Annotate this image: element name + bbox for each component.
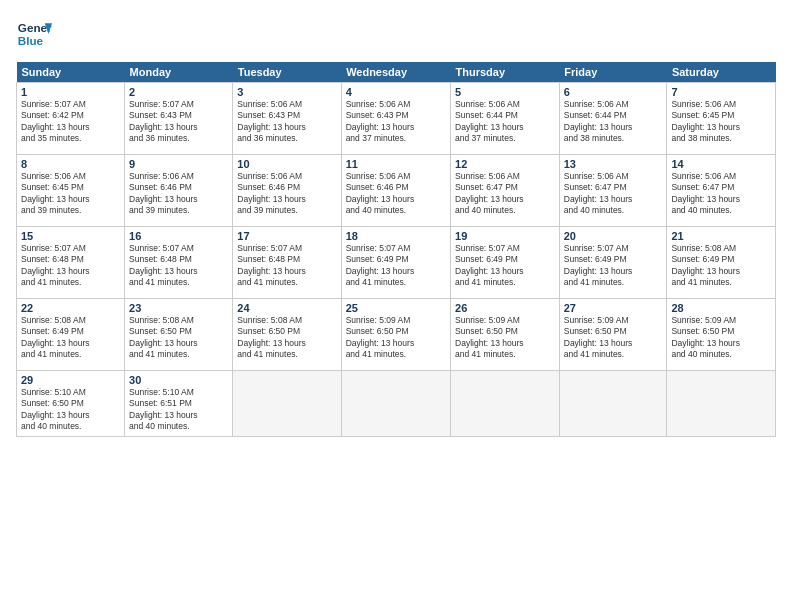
calendar-week-4: 22Sunrise: 5:08 AMSunset: 6:49 PMDayligh… — [17, 299, 776, 371]
day-number: 5 — [455, 86, 555, 98]
calendar-cell: 7Sunrise: 5:06 AMSunset: 6:45 PMDaylight… — [667, 83, 776, 155]
day-number: 25 — [346, 302, 446, 314]
day-number: 13 — [564, 158, 663, 170]
calendar-week-3: 15Sunrise: 5:07 AMSunset: 6:48 PMDayligh… — [17, 227, 776, 299]
day-number: 26 — [455, 302, 555, 314]
calendar-cell: 24Sunrise: 5:08 AMSunset: 6:50 PMDayligh… — [233, 299, 341, 371]
cell-sun-info: Sunrise: 5:06 AMSunset: 6:44 PMDaylight:… — [455, 99, 555, 145]
calendar-cell: 26Sunrise: 5:09 AMSunset: 6:50 PMDayligh… — [451, 299, 560, 371]
calendar-cell: 4Sunrise: 5:06 AMSunset: 6:43 PMDaylight… — [341, 83, 450, 155]
day-number: 22 — [21, 302, 120, 314]
calendar-cell: 30Sunrise: 5:10 AMSunset: 6:51 PMDayligh… — [125, 371, 233, 437]
calendar-cell: 9Sunrise: 5:06 AMSunset: 6:46 PMDaylight… — [125, 155, 233, 227]
calendar-cell: 1Sunrise: 5:07 AMSunset: 6:42 PMDaylight… — [17, 83, 125, 155]
day-number: 3 — [237, 86, 336, 98]
cell-sun-info: Sunrise: 5:06 AMSunset: 6:46 PMDaylight:… — [129, 171, 228, 217]
day-number: 4 — [346, 86, 446, 98]
svg-text:Blue: Blue — [18, 34, 44, 47]
calendar-cell: 3Sunrise: 5:06 AMSunset: 6:43 PMDaylight… — [233, 83, 341, 155]
cell-sun-info: Sunrise: 5:07 AMSunset: 6:48 PMDaylight:… — [129, 243, 228, 289]
header: General Blue — [16, 16, 776, 52]
cell-sun-info: Sunrise: 5:07 AMSunset: 6:48 PMDaylight:… — [21, 243, 120, 289]
calendar-cell — [341, 371, 450, 437]
calendar-cell: 2Sunrise: 5:07 AMSunset: 6:43 PMDaylight… — [125, 83, 233, 155]
day-number: 10 — [237, 158, 336, 170]
calendar-cell — [233, 371, 341, 437]
day-number: 9 — [129, 158, 228, 170]
day-number: 27 — [564, 302, 663, 314]
day-number: 24 — [237, 302, 336, 314]
calendar-cell: 21Sunrise: 5:08 AMSunset: 6:49 PMDayligh… — [667, 227, 776, 299]
cell-sun-info: Sunrise: 5:09 AMSunset: 6:50 PMDaylight:… — [346, 315, 446, 361]
calendar-cell: 23Sunrise: 5:08 AMSunset: 6:50 PMDayligh… — [125, 299, 233, 371]
cell-sun-info: Sunrise: 5:06 AMSunset: 6:47 PMDaylight:… — [455, 171, 555, 217]
calendar-cell: 16Sunrise: 5:07 AMSunset: 6:48 PMDayligh… — [125, 227, 233, 299]
cell-sun-info: Sunrise: 5:06 AMSunset: 6:45 PMDaylight:… — [671, 99, 771, 145]
day-number: 17 — [237, 230, 336, 242]
calendar-cell: 14Sunrise: 5:06 AMSunset: 6:47 PMDayligh… — [667, 155, 776, 227]
cell-sun-info: Sunrise: 5:07 AMSunset: 6:49 PMDaylight:… — [455, 243, 555, 289]
calendar-cell: 10Sunrise: 5:06 AMSunset: 6:46 PMDayligh… — [233, 155, 341, 227]
day-number: 12 — [455, 158, 555, 170]
cell-sun-info: Sunrise: 5:06 AMSunset: 6:43 PMDaylight:… — [346, 99, 446, 145]
calendar-week-1: 1Sunrise: 5:07 AMSunset: 6:42 PMDaylight… — [17, 83, 776, 155]
day-number: 18 — [346, 230, 446, 242]
cell-sun-info: Sunrise: 5:08 AMSunset: 6:50 PMDaylight:… — [237, 315, 336, 361]
day-number: 21 — [671, 230, 771, 242]
day-number: 14 — [671, 158, 771, 170]
cell-sun-info: Sunrise: 5:06 AMSunset: 6:47 PMDaylight:… — [671, 171, 771, 217]
cell-sun-info: Sunrise: 5:07 AMSunset: 6:43 PMDaylight:… — [129, 99, 228, 145]
cell-sun-info: Sunrise: 5:10 AMSunset: 6:50 PMDaylight:… — [21, 387, 120, 433]
cell-sun-info: Sunrise: 5:07 AMSunset: 6:49 PMDaylight:… — [564, 243, 663, 289]
day-number: 16 — [129, 230, 228, 242]
calendar-cell: 19Sunrise: 5:07 AMSunset: 6:49 PMDayligh… — [451, 227, 560, 299]
calendar-header-saturday: Saturday — [667, 62, 776, 83]
cell-sun-info: Sunrise: 5:07 AMSunset: 6:49 PMDaylight:… — [346, 243, 446, 289]
cell-sun-info: Sunrise: 5:06 AMSunset: 6:44 PMDaylight:… — [564, 99, 663, 145]
calendar-cell: 18Sunrise: 5:07 AMSunset: 6:49 PMDayligh… — [341, 227, 450, 299]
page: General Blue SundayMondayTuesdayWednesda… — [0, 0, 792, 612]
cell-sun-info: Sunrise: 5:09 AMSunset: 6:50 PMDaylight:… — [671, 315, 771, 361]
day-number: 15 — [21, 230, 120, 242]
day-number: 8 — [21, 158, 120, 170]
calendar-cell: 8Sunrise: 5:06 AMSunset: 6:45 PMDaylight… — [17, 155, 125, 227]
calendar-table: SundayMondayTuesdayWednesdayThursdayFrid… — [16, 62, 776, 437]
cell-sun-info: Sunrise: 5:06 AMSunset: 6:45 PMDaylight:… — [21, 171, 120, 217]
calendar-cell: 13Sunrise: 5:06 AMSunset: 6:47 PMDayligh… — [559, 155, 667, 227]
cell-sun-info: Sunrise: 5:06 AMSunset: 6:46 PMDaylight:… — [346, 171, 446, 217]
day-number: 29 — [21, 374, 120, 386]
cell-sun-info: Sunrise: 5:06 AMSunset: 6:43 PMDaylight:… — [237, 99, 336, 145]
day-number: 6 — [564, 86, 663, 98]
day-number: 7 — [671, 86, 771, 98]
calendar-cell: 6Sunrise: 5:06 AMSunset: 6:44 PMDaylight… — [559, 83, 667, 155]
day-number: 23 — [129, 302, 228, 314]
cell-sun-info: Sunrise: 5:09 AMSunset: 6:50 PMDaylight:… — [455, 315, 555, 361]
calendar-cell: 17Sunrise: 5:07 AMSunset: 6:48 PMDayligh… — [233, 227, 341, 299]
day-number: 28 — [671, 302, 771, 314]
day-number: 30 — [129, 374, 228, 386]
calendar-cell: 20Sunrise: 5:07 AMSunset: 6:49 PMDayligh… — [559, 227, 667, 299]
cell-sun-info: Sunrise: 5:10 AMSunset: 6:51 PMDaylight:… — [129, 387, 228, 433]
calendar-header-sunday: Sunday — [17, 62, 125, 83]
calendar-header-tuesday: Tuesday — [233, 62, 341, 83]
logo-icon: General Blue — [16, 16, 52, 52]
calendar-cell: 22Sunrise: 5:08 AMSunset: 6:49 PMDayligh… — [17, 299, 125, 371]
day-number: 2 — [129, 86, 228, 98]
calendar-cell: 12Sunrise: 5:06 AMSunset: 6:47 PMDayligh… — [451, 155, 560, 227]
calendar-header-friday: Friday — [559, 62, 667, 83]
calendar-week-5: 29Sunrise: 5:10 AMSunset: 6:50 PMDayligh… — [17, 371, 776, 437]
calendar-cell: 25Sunrise: 5:09 AMSunset: 6:50 PMDayligh… — [341, 299, 450, 371]
calendar-week-2: 8Sunrise: 5:06 AMSunset: 6:45 PMDaylight… — [17, 155, 776, 227]
cell-sun-info: Sunrise: 5:07 AMSunset: 6:48 PMDaylight:… — [237, 243, 336, 289]
calendar-cell — [559, 371, 667, 437]
day-number: 20 — [564, 230, 663, 242]
calendar-cell: 11Sunrise: 5:06 AMSunset: 6:46 PMDayligh… — [341, 155, 450, 227]
logo: General Blue — [16, 16, 52, 52]
day-number: 11 — [346, 158, 446, 170]
day-number: 1 — [21, 86, 120, 98]
cell-sun-info: Sunrise: 5:08 AMSunset: 6:49 PMDaylight:… — [671, 243, 771, 289]
calendar-cell: 15Sunrise: 5:07 AMSunset: 6:48 PMDayligh… — [17, 227, 125, 299]
day-number: 19 — [455, 230, 555, 242]
cell-sun-info: Sunrise: 5:08 AMSunset: 6:50 PMDaylight:… — [129, 315, 228, 361]
cell-sun-info: Sunrise: 5:09 AMSunset: 6:50 PMDaylight:… — [564, 315, 663, 361]
